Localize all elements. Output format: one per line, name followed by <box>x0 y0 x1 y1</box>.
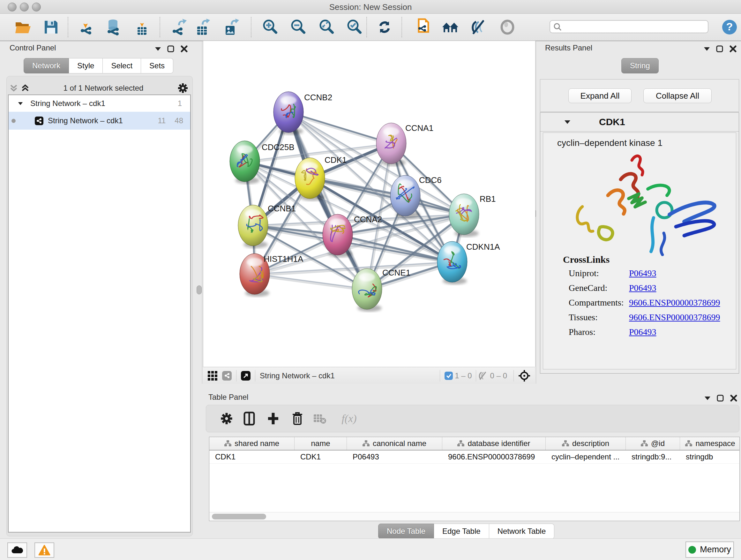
tab-node-table[interactable]: Node Table <box>378 523 434 539</box>
zoom-out-icon[interactable] <box>289 18 307 36</box>
node-details-header[interactable]: CDK1 <box>540 113 739 132</box>
hidden-eye-icon[interactable] <box>478 371 488 380</box>
column-header-sharedname[interactable]: shared name <box>209 437 294 450</box>
table-horizontal-scrollbar[interactable] <box>209 512 739 521</box>
table-panel-close-icon[interactable] <box>730 395 737 401</box>
column-header-databaseidentifier[interactable]: database identifier <box>442 437 546 450</box>
column-header-canonicalname[interactable]: canonical name <box>347 437 442 450</box>
network-canvas[interactable]: CCNB2CCNA1CDC25BCDK1CDC6RB1CCNB1CCNA2CDK… <box>203 41 536 367</box>
table-cell[interactable]: CDK1 <box>209 450 294 463</box>
crosslink-row: Pharos: P06493 <box>569 327 728 341</box>
column-header-description[interactable]: description <box>546 437 626 450</box>
network-node-RB1[interactable] <box>449 194 479 237</box>
document-network-icon[interactable] <box>414 18 432 36</box>
memory-status-icon <box>688 546 696 554</box>
column-header-name[interactable]: name <box>294 437 347 450</box>
control-panel-menu-icon[interactable] <box>155 47 161 51</box>
import-table-icon[interactable] <box>133 18 151 36</box>
table-tabbar: Node TableEdge TableNetwork Table <box>378 523 554 539</box>
crosslink-link[interactable]: P06493 <box>629 327 657 337</box>
birds-eye-grid-icon[interactable] <box>207 371 218 381</box>
warnings-button[interactable] <box>35 543 54 558</box>
network-node-CCNA1[interactable] <box>376 123 406 166</box>
cloud-button[interactable] <box>7 543 27 558</box>
show-columns-icon[interactable] <box>242 411 257 426</box>
export-image-icon[interactable] <box>222 18 240 36</box>
network-node-CCNE1[interactable] <box>352 268 382 312</box>
network-node-CDKN1A[interactable] <box>437 241 467 285</box>
import-database-icon[interactable] <box>105 18 122 36</box>
selected-counts: 1 – 0 <box>455 371 472 380</box>
results-panel-float-icon[interactable] <box>716 45 723 52</box>
table-cell[interactable]: 9606.ENSP00000378699 <box>442 450 546 463</box>
column-header-id[interactable]: @id <box>626 437 680 450</box>
crosslink-link[interactable]: P06493 <box>629 283 657 293</box>
fit-crosshair-icon[interactable] <box>518 370 530 382</box>
help-icon[interactable]: ? <box>721 18 738 36</box>
open-external-icon[interactable] <box>241 371 251 381</box>
column-header-namespace[interactable]: namespace <box>680 437 740 450</box>
table-cell[interactable]: P06493 <box>347 450 442 463</box>
control-panel-close-icon[interactable] <box>181 45 188 52</box>
network-node-CCNB1[interactable] <box>238 205 268 248</box>
tab-edge-table[interactable]: Edge Table <box>434 523 489 539</box>
left-splitter-knob[interactable] <box>197 286 202 294</box>
results-panel-close-icon[interactable] <box>730 45 737 52</box>
table-cell[interactable]: stringdb:9... <box>626 450 680 463</box>
function-builder-icon[interactable]: f(x) <box>336 411 362 426</box>
tab-string[interactable]: String <box>621 58 659 73</box>
crosslink-link[interactable]: P06493 <box>629 268 657 278</box>
collection-label: String Network – cdk1 <box>30 99 105 108</box>
hide-selection-eye-icon[interactable] <box>469 18 487 36</box>
network-node-CDC25B[interactable] <box>230 141 260 184</box>
zoom-fit-icon[interactable] <box>318 18 335 36</box>
tab-network[interactable]: Network <box>23 58 69 73</box>
zoom-selected-icon[interactable] <box>345 18 363 36</box>
crosslink-link[interactable]: 9606.ENSP00000378699 <box>629 298 720 307</box>
collapse-all-chevron-icon[interactable] <box>10 84 18 92</box>
tab-style[interactable]: Style <box>69 58 103 73</box>
refresh-icon[interactable] <box>376 18 394 36</box>
tab-sets[interactable]: Sets <box>141 58 173 73</box>
delete-column-icon[interactable] <box>290 411 305 426</box>
tab-network-table[interactable]: Network Table <box>489 523 555 539</box>
export-network-icon[interactable] <box>171 18 188 36</box>
open-session-icon[interactable] <box>14 18 32 36</box>
export-table-icon[interactable] <box>193 18 211 36</box>
crosslink-row: Compartments: 9606.ENSP00000378699 <box>569 298 728 312</box>
zoom-in-icon[interactable] <box>261 18 279 36</box>
eye-icon[interactable] <box>498 18 516 36</box>
scrollbar-thumb[interactable] <box>212 514 266 519</box>
collection-collapse-icon[interactable] <box>18 102 23 105</box>
memory-button[interactable]: Memory <box>685 542 734 558</box>
control-panel-float-icon[interactable] <box>167 45 174 52</box>
network-share-icon[interactable] <box>222 371 232 381</box>
table-panel-float-icon[interactable] <box>717 395 724 401</box>
selected-checkbox-icon[interactable] <box>445 372 453 380</box>
collapse-all-button[interactable]: Collapse All <box>643 88 712 103</box>
add-column-icon[interactable] <box>266 411 281 426</box>
table-cell[interactable]: cyclin–dependent ... <box>546 450 626 463</box>
import-network-icon[interactable] <box>77 18 95 36</box>
results-panel-menu-icon[interactable] <box>704 47 710 51</box>
node-details-collapse-icon[interactable] <box>564 120 570 124</box>
network-type-icon <box>35 117 44 125</box>
crosslink-link[interactable]: 9606.ENSP00000378699 <box>629 312 720 322</box>
table-cell[interactable]: CDK1 <box>294 450 347 463</box>
network-row-selected[interactable]: String Network – cdk1 11 48 <box>9 112 190 130</box>
string-home-icon[interactable] <box>441 18 459 36</box>
table-cell[interactable]: stringdb <box>680 450 740 463</box>
table-settings-gear-icon[interactable] <box>219 411 234 426</box>
expand-all-chevron-icon[interactable] <box>21 84 29 92</box>
crosslink-label: Uniprot: <box>569 268 627 278</box>
delete-table-icon[interactable] <box>312 411 327 426</box>
table-panel-menu-icon[interactable] <box>704 396 711 400</box>
expand-all-button[interactable]: Expand All <box>568 88 631 103</box>
tab-select[interactable]: Select <box>103 58 141 73</box>
table-row[interactable]: CDK1CDK1P064939606.ENSP00000378699cyclin… <box>209 450 739 463</box>
save-session-icon[interactable] <box>42 18 60 36</box>
network-edge-count: 48 <box>175 116 183 125</box>
network-options-gear-icon[interactable] <box>178 83 188 94</box>
network-collection-row[interactable]: String Network – cdk1 1 <box>9 95 190 112</box>
search-input[interactable] <box>549 20 709 33</box>
